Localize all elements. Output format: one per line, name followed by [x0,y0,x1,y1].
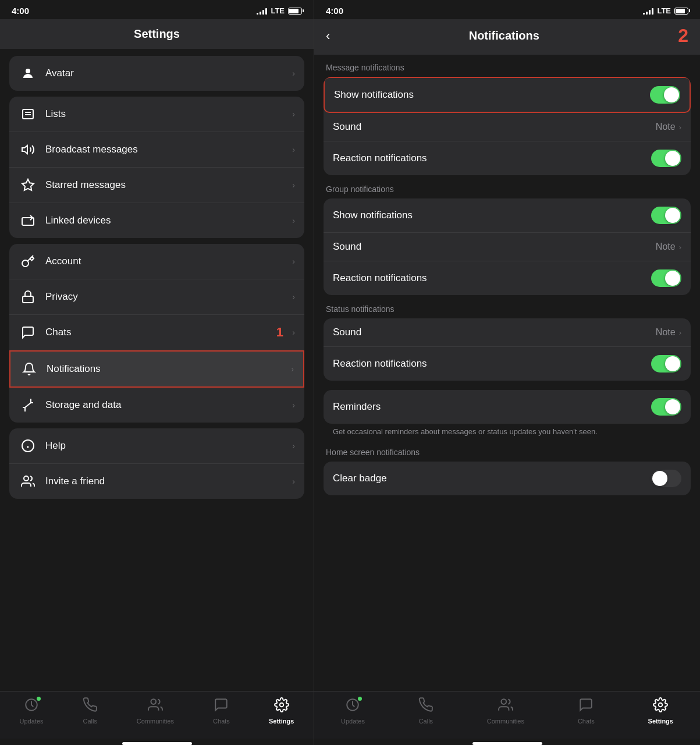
sts-sound-chevron: › [679,328,681,337]
clear-badge-label: Clear badge [333,473,651,484]
notifications-icon [20,360,38,378]
nav-settings-label: Settings [269,718,294,725]
help-label: Help [45,440,292,452]
settings-item-chats[interactable]: Chats 1 › [9,315,304,350]
msg-reaction-toggle[interactable] [651,150,681,167]
settings-item-storage[interactable]: Storage and data › [9,388,304,423]
reminders-toggle[interactable] [651,398,681,416]
sts-sound-label: Sound [333,327,656,338]
right-battery-icon [674,8,688,15]
right-settings-nav-icon [653,697,668,716]
nav-calls-label: Calls [83,718,97,725]
grp-show-notifications[interactable]: Show notifications [324,198,691,233]
lists-icon [19,105,37,123]
lists-label: Lists [45,108,292,120]
right-nav-settings[interactable]: Settings [648,697,673,725]
clear-badge-toggle[interactable] [651,470,681,487]
settings-group-help: Help › Invite a friend › [9,428,304,499]
avatar-icon [19,64,37,83]
right-lte: LTE [657,6,671,15]
svg-rect-7 [23,296,33,303]
right-panel: 4:00 LTE ‹ Notifications 2 Message notif… [314,0,700,745]
right-nav-calls-label: Calls [419,718,433,725]
battery-icon [288,8,302,15]
grp-reaction-label: Reaction notifications [333,272,651,284]
broadcast-icon [19,140,37,159]
nav-communities[interactable]: Communities [137,697,174,725]
grp-sound-chevron: › [679,243,681,251]
right-nav-communities[interactable]: Communities [487,697,524,725]
settings-item-account[interactable]: Account › [9,244,304,279]
reminders-group: Reminders [324,390,691,424]
account-icon [19,252,37,271]
sts-reaction[interactable]: Reaction notifications [324,347,691,381]
communities-nav-icon [148,697,163,716]
storage-icon [19,396,37,414]
reminders-hint: Get occasional reminders about messages … [324,427,691,443]
svg-marker-4 [22,146,27,154]
svg-point-0 [26,69,30,73]
step-badge: 2 [678,25,688,47]
settings-item-invite[interactable]: Invite a friend › [9,464,304,499]
chats-badge: 1 [276,325,283,340]
chats-label: Chats [45,327,292,338]
left-panel: 4:00 LTE Settings [0,0,314,745]
linked-icon [19,211,37,230]
left-home-indicator [122,742,192,745]
nav-chats[interactable]: Chats [213,697,230,725]
sts-reaction-toggle[interactable] [651,355,681,372]
right-bottom-nav: Updates Calls Communities [314,691,700,739]
avatar-label: Avatar [45,68,292,79]
settings-item-help[interactable]: Help › [9,428,304,464]
grp-sound[interactable]: Sound Note › [324,233,691,261]
left-time: 4:00 [12,6,29,16]
starred-label: Starred messages [45,179,292,191]
right-nav-updates-label: Updates [341,718,365,725]
sts-sound[interactable]: Sound Note › [324,318,691,347]
msg-show-notifications[interactable]: Show notifications [324,77,691,113]
clear-badge-group[interactable]: Clear badge [324,462,691,495]
settings-item-privacy[interactable]: Privacy › [9,279,304,315]
msg-show-toggle[interactable] [650,86,680,104]
linked-label: Linked devices [45,215,292,226]
msg-sound[interactable]: Sound Note › [324,113,691,141]
msg-reaction[interactable]: Reaction notifications [324,141,691,175]
back-button[interactable]: ‹ [326,29,330,44]
settings-item-avatar[interactable]: Avatar › [9,56,304,91]
nav-settings[interactable]: Settings [269,697,294,725]
settings-item-broadcast[interactable]: Broadcast messages › [9,132,304,168]
svg-point-16 [279,703,283,707]
svg-point-13 [24,476,29,481]
notifications-title: Notifications [336,29,672,42]
svg-marker-5 [22,179,34,190]
sts-sound-value: Note [656,327,676,338]
starred-icon [19,176,37,194]
settings-list: Avatar › Lists › B [0,49,314,691]
msg-sound-label: Sound [333,121,656,133]
settings-item-lists[interactable]: Lists › [9,97,304,132]
status-notifications-group: Sound Note › Reaction notifications [324,318,691,381]
reminders-item[interactable]: Reminders [324,390,691,424]
grp-show-toggle[interactable] [651,207,681,224]
settings-item-starred[interactable]: Starred messages › [9,168,304,203]
grp-reaction-toggle[interactable] [651,269,681,287]
settings-item-notifications[interactable]: Notifications › [9,350,304,388]
left-bottom-nav: Updates Calls Communities [0,691,314,739]
nav-updates-label: Updates [20,718,44,725]
settings-item-linked[interactable]: Linked devices › [9,203,304,238]
nav-calls[interactable]: Calls [83,697,98,725]
home-section-title: Home screen notifications [324,443,691,462]
svg-point-19 [659,703,663,707]
avatar-chevron: › [292,69,295,78]
right-nav-chats-label: Chats [578,718,595,725]
privacy-label: Privacy [45,291,292,303]
right-updates-nav-icon [345,697,360,716]
settings-group-lists: Lists › Broadcast messages › Starr [9,97,304,238]
left-status-right: LTE [257,6,302,15]
nav-updates[interactable]: Updates [20,697,44,725]
right-nav-calls[interactable]: Calls [418,697,433,725]
right-nav-chats[interactable]: Chats [578,697,595,725]
right-nav-updates[interactable]: Updates [341,697,365,725]
notifications-label: Notifications [47,363,291,375]
grp-reaction[interactable]: Reaction notifications [324,261,691,295]
